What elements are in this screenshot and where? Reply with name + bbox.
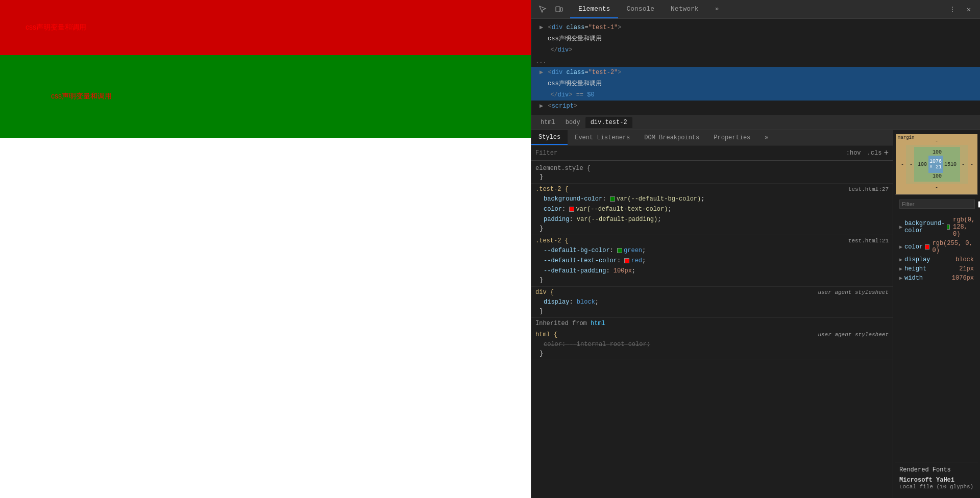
dom-line-div1-open[interactable]: ▶ <div class="test-1">: [531, 22, 980, 33]
test2-rule2-selector: .test-2 { test.html:21: [535, 237, 889, 244]
show-all-checkbox-row: Show all: [978, 198, 980, 210]
breadcrumb-div-test2[interactable]: div.test-2: [585, 117, 632, 128]
dom-line-div1-close[interactable]: </div>: [531, 44, 980, 56]
dom-line-div2-close[interactable]: </div> == $0: [531, 89, 980, 101]
test2-rule1-prop-color[interactable]: color: var(--default-text-color);: [535, 204, 889, 214]
bm-border: - 100 100 1076 × 21 1510: [906, 145, 968, 184]
preview-pane: css声明变量和调用 css声明变量和调用: [0, 0, 531, 498]
devtools-header-right: ⋮ ✕: [945, 2, 980, 16]
svg-rect-1: [560, 8, 562, 11]
panel-tab-more[interactable]: »: [757, 130, 775, 145]
bg-color-swatch[interactable]: [610, 196, 615, 202]
computed-bg-swatch: [947, 225, 950, 230]
bm-margin-sides: - - 100 100: [899, 145, 974, 184]
computed-width-value: 1076px: [952, 275, 974, 282]
test2-rule1-prop-bg[interactable]: background-color: var(--default-bg-color…: [535, 194, 889, 204]
font-entry-0: Microsoft YaHei Local file (10 glyphs): [899, 477, 974, 490]
computed-height-name: height: [904, 265, 957, 272]
rendered-fonts-section: Rendered Fonts Microsoft YaHei Local fil…: [895, 462, 978, 494]
panel-tab-event-listeners[interactable]: Event Listeners: [568, 130, 637, 145]
computed-bg-name: background-color: [904, 220, 945, 234]
test2-rule2-prop-bg[interactable]: --default-bg-color: green;: [535, 245, 889, 256]
tab-console[interactable]: Console: [618, 0, 663, 18]
test2-rule2-source[interactable]: test.html:21: [848, 238, 889, 244]
bm-border-sides: - 100 100 1076 × 21 1510: [908, 147, 966, 182]
test2-rule2-prop-padding[interactable]: --default-padding: 100px;: [535, 266, 889, 276]
computed-color[interactable]: ▶ color rgb(255, 0, 0): [899, 239, 974, 255]
bm-padding-left[interactable]: 100: [916, 162, 928, 167]
computed-color-name: color: [904, 243, 923, 251]
default-bg-swatch[interactable]: [617, 248, 622, 253]
bm-content: 1076 × 21: [928, 156, 943, 173]
computed-width-name: width: [904, 275, 950, 282]
test2-rule2: .test-2 { test.html:21 --default-bg-colo…: [531, 235, 893, 287]
devtools-header: Elements Console Network » ⋮ ✕: [531, 0, 980, 19]
computed-color-swatch: [925, 244, 929, 250]
computed-width-arrow: ▶: [899, 275, 902, 281]
dom-line-div2-text: css声明变量和调用: [531, 78, 980, 89]
bm-padding-bottom[interactable]: 100: [916, 173, 958, 180]
panel-tab-styles[interactable]: Styles: [531, 130, 568, 145]
styles-filter-input[interactable]: [535, 150, 844, 157]
inspect-icon[interactable]: [535, 2, 550, 16]
breadcrumb-bar: html body div.test-2: [531, 115, 980, 130]
more-options-icon[interactable]: ⋮: [945, 2, 960, 16]
div2-text: css声明变量和调用: [51, 92, 112, 101]
pseudo-filter-btn[interactable]: :hov: [844, 148, 863, 158]
panel-tab-properties[interactable]: Properties: [706, 130, 757, 145]
test2-rule2-prop-color[interactable]: --default-text-color: red;: [535, 256, 889, 266]
show-all-checkbox[interactable]: [978, 201, 980, 208]
styles-panel: Styles Event Listeners DOM Breakpoints P…: [531, 130, 893, 498]
dom-tree: ▶ <div class="test-1"> css声明变量和调用 </div>…: [531, 19, 980, 115]
default-text-swatch[interactable]: [624, 258, 629, 263]
breadcrumb-html[interactable]: html: [535, 117, 560, 128]
dom-line-div1-text: css声明变量和调用: [531, 33, 980, 44]
device-toggle-icon[interactable]: [552, 2, 566, 16]
bm-border-left[interactable]: -: [908, 162, 914, 167]
element-style-selector: element.style {: [535, 165, 889, 172]
bm-margin-left[interactable]: -: [899, 162, 906, 167]
html-ua-selector: html { user agent stylesheet: [535, 331, 889, 338]
div-ua-prop-display[interactable]: display: block;: [535, 297, 889, 307]
test2-rule1: .test-2 { test.html:27 background-color:…: [531, 184, 893, 235]
test2-rule1-source[interactable]: test.html:27: [848, 186, 889, 192]
panel-tab-dom-breakpoints[interactable]: DOM Breakpoints: [637, 130, 706, 145]
div-ua-rule: div { user agent stylesheet display: blo…: [531, 287, 893, 318]
computed-width[interactable]: ▶ width 1076px: [899, 273, 974, 283]
html-ua-rule: html { user agent stylesheet color: --in…: [531, 329, 893, 360]
bm-border-right[interactable]: -: [960, 162, 966, 167]
svg-rect-0: [556, 7, 560, 12]
bm-margin-right[interactable]: -: [968, 162, 975, 167]
computed-height[interactable]: ▶ height 21px: [899, 264, 974, 273]
computed-bg-color[interactable]: ▶ background-color rgb(0, 128, 0): [899, 215, 974, 239]
html-ua-source: user agent stylesheet: [818, 332, 889, 338]
close-devtools-icon[interactable]: ✕: [962, 2, 976, 16]
tab-elements[interactable]: Elements: [570, 0, 618, 18]
cls-filter-btn[interactable]: .cls: [865, 148, 884, 158]
computed-bg-value: rgb(0, 128, 0): [947, 216, 977, 238]
text-color-swatch[interactable]: [569, 207, 574, 212]
bm-margin-bottom[interactable]: -: [899, 184, 974, 191]
tab-network[interactable]: Network: [663, 0, 707, 18]
tab-more[interactable]: »: [707, 0, 727, 18]
dom-line-script[interactable]: ▶ <script>: [531, 101, 980, 112]
inherited-html-link[interactable]: html: [591, 320, 605, 327]
computed-bg-arrow: ▶: [899, 224, 902, 230]
computed-display[interactable]: ▶ display block: [899, 255, 974, 264]
dom-line-ellipsis[interactable]: ...: [531, 56, 980, 67]
computed-display-name: display: [904, 256, 953, 263]
div1-text: css声明变量和调用: [26, 23, 86, 32]
dom-line-div2-open[interactable]: ▶ <div class="test-2">: [531, 67, 980, 78]
styles-content: element.style { } .test-2 { test.html:27…: [531, 161, 893, 498]
html-ua-prop-color[interactable]: color: --internal-root-color;: [535, 339, 889, 350]
bm-padding-sides: 100 1076 × 21 1510: [916, 156, 958, 173]
computed-filter-input[interactable]: [899, 200, 975, 209]
breadcrumb-body[interactable]: body: [560, 117, 585, 128]
test2-rule1-prop-padding[interactable]: padding: var(--default-padding);: [535, 214, 889, 225]
bm-padding-top[interactable]: 100: [916, 149, 958, 156]
inherited-label: Inherited from html: [535, 320, 889, 327]
add-style-rule-btn[interactable]: +: [884, 149, 889, 157]
box-model-diagram: margin - - - 100: [896, 134, 977, 194]
styles-filter-bar: :hov .cls +: [531, 145, 893, 161]
bm-padding-right[interactable]: 1510: [943, 162, 958, 167]
